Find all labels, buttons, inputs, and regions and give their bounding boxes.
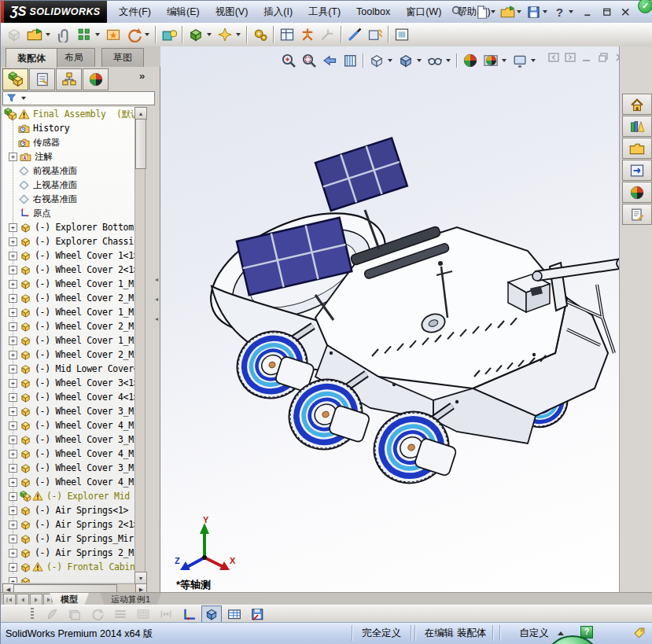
bill-of-materials-button[interactable] bbox=[277, 24, 297, 45]
save-file-icon[interactable] bbox=[525, 3, 542, 20]
expand-toggle[interactable]: + bbox=[9, 421, 17, 430]
expand-toggle[interactable]: + bbox=[9, 535, 17, 543]
dropdown-arrow[interactable] bbox=[207, 33, 212, 36]
dropdown-arrow[interactable] bbox=[388, 59, 392, 62]
tree-item[interactable]: 原点 bbox=[2, 206, 134, 220]
tree-item[interactable]: + bbox=[2, 574, 134, 583]
tree-item[interactable]: +(-) Wheel Cover 2_Mirro bbox=[2, 291, 134, 305]
insert-component-button[interactable] bbox=[4, 24, 24, 45]
expand-toggle[interactable]: + bbox=[9, 492, 17, 501]
tree-item[interactable]: 传感器 bbox=[2, 135, 134, 149]
units-selector[interactable]: 自定义 bbox=[512, 627, 556, 640]
autokey-button[interactable] bbox=[156, 605, 176, 623]
help-icon[interactable]: ? bbox=[551, 3, 568, 20]
expand-toggle[interactable]: + bbox=[9, 549, 17, 558]
taskpane-tab-appearances-scenes[interactable] bbox=[622, 182, 652, 203]
tree-item[interactable]: +(-) Wheel Cover 2<1> (默 bbox=[2, 263, 134, 277]
dropdown-arrow[interactable] bbox=[491, 10, 495, 13]
restore-button[interactable] bbox=[599, 5, 614, 19]
menu-item[interactable]: 插入(I) bbox=[256, 2, 300, 23]
doc-tab-motion-study[interactable]: 运动算例1 bbox=[100, 593, 161, 605]
tree-item[interactable]: +(-) Wheel Cover 1_Mirro bbox=[2, 305, 134, 319]
tree-item[interactable]: +(-) Mid Lower Cover<1> bbox=[2, 362, 134, 376]
expand-toggle[interactable]: + bbox=[9, 280, 17, 289]
dropdown-arrow[interactable] bbox=[543, 10, 547, 13]
mate-button[interactable] bbox=[53, 24, 74, 45]
hide-show-items-button[interactable] bbox=[425, 50, 445, 71]
menu-item[interactable]: 窗口(W) bbox=[398, 2, 449, 23]
menu-item[interactable]: 编辑(E) bbox=[159, 2, 208, 23]
expand-toggle[interactable]: + bbox=[9, 407, 17, 416]
previous-window-button[interactable] bbox=[547, 51, 560, 64]
minimize-doc-button[interactable] bbox=[580, 51, 593, 64]
taskpane-tab-file-explorer[interactable] bbox=[622, 138, 652, 159]
nav-next-button[interactable] bbox=[30, 594, 42, 605]
calculate-button[interactable] bbox=[64, 605, 85, 623]
exploded-view-button[interactable] bbox=[297, 24, 318, 45]
panel-tab-propertymanager[interactable] bbox=[29, 68, 55, 90]
expand-toggle[interactable]: + bbox=[9, 266, 17, 274]
expand-toggle[interactable]: + bbox=[9, 436, 17, 444]
search-icon[interactable] bbox=[451, 5, 464, 18]
taskpane-tab-custom-properties[interactable] bbox=[622, 204, 652, 225]
menu-item[interactable]: 工具(T) bbox=[300, 2, 348, 23]
previous-view-button[interactable] bbox=[319, 50, 340, 71]
tree-item[interactable]: +(-) Wheel Cover 1<1> (默 bbox=[2, 248, 134, 263]
component-pattern-button[interactable] bbox=[74, 24, 94, 45]
scroll-down-button[interactable]: ▼ bbox=[134, 572, 147, 584]
menu-item[interactable]: Toolbox bbox=[348, 2, 398, 21]
tree-item[interactable]: +(-) Wheel Cover 2_Mirro bbox=[2, 319, 134, 333]
tree-item[interactable]: 右视基准面 bbox=[2, 192, 134, 206]
expand-toggle[interactable]: + bbox=[9, 506, 17, 515]
tree-item[interactable]: +(-) Wheel Cover 3_Mirro bbox=[2, 404, 134, 418]
tree-item[interactable]: +(-) Wheel Cover 2_Mirro bbox=[2, 348, 134, 362]
toolbar-drag-handle[interactable] bbox=[31, 608, 34, 620]
expand-toggle[interactable]: + bbox=[9, 237, 17, 246]
tree-item[interactable]: +(-) Air Springs 2<1> (默 bbox=[2, 517, 134, 532]
expand-toggle[interactable]: + bbox=[9, 450, 17, 458]
expand-toggle[interactable]: + bbox=[9, 322, 17, 331]
tree-item[interactable]: 上视基准面 bbox=[2, 178, 134, 192]
zoom-to-fit-button[interactable] bbox=[278, 50, 299, 71]
restore-doc-button[interactable] bbox=[597, 51, 610, 64]
units-dropdown-arrow[interactable] bbox=[558, 631, 564, 635]
open-file-icon[interactable] bbox=[499, 3, 516, 20]
tree-item[interactable]: +(-) Wheel Cover 1_Mirro bbox=[2, 277, 134, 291]
motion-study-button[interactable] bbox=[250, 24, 271, 45]
tree-item[interactable]: +(-) Explorer Chassis<1> bbox=[2, 234, 134, 248]
open-component-button[interactable] bbox=[24, 24, 45, 45]
dropdown-arrow[interactable] bbox=[502, 59, 506, 62]
expand-toggle[interactable]: + bbox=[9, 308, 17, 317]
expand-toggle[interactable]: + bbox=[9, 351, 17, 359]
display-style-button[interactable] bbox=[396, 50, 416, 71]
dropdown-arrow[interactable] bbox=[446, 59, 451, 62]
section-view-button[interactable] bbox=[340, 50, 360, 71]
view-settings-button[interactable] bbox=[510, 50, 530, 71]
tree-vscrollbar[interactable] bbox=[134, 107, 146, 583]
minimize-button[interactable] bbox=[580, 5, 595, 19]
tree-item[interactable]: +(-) Wheel Cover 4_Mirro bbox=[2, 447, 134, 461]
tree-item[interactable]: +(-) Wheel Cover 4_Mirro bbox=[2, 475, 134, 489]
nav-prev-button[interactable] bbox=[17, 594, 29, 605]
tree-item[interactable]: +(-) Wheel Cover 1_Mirro bbox=[2, 333, 134, 348]
dropdown-arrow[interactable] bbox=[95, 33, 100, 36]
doc-tab-model[interactable]: 模型 bbox=[50, 593, 89, 605]
expand-toggle[interactable]: + bbox=[9, 577, 17, 583]
dropdown-arrow[interactable] bbox=[517, 10, 521, 13]
scroll-up-button[interactable]: ▲ bbox=[134, 107, 147, 120]
tree-item[interactable]: +(-) Frontal Cabin<1> bbox=[2, 560, 134, 574]
menu-item[interactable]: 文件(F) bbox=[111, 2, 159, 23]
expand-toggle[interactable]: + bbox=[9, 393, 17, 402]
interference-detection-button[interactable] bbox=[344, 24, 365, 45]
assembly-features-button[interactable] bbox=[186, 24, 206, 45]
expand-toggle[interactable]: + bbox=[9, 294, 17, 303]
tree-item[interactable]: +(-) Air Springs_MirrorD bbox=[2, 532, 134, 546]
expand-toggle[interactable]: + bbox=[9, 252, 17, 260]
expand-toggle[interactable]: + bbox=[9, 337, 17, 345]
explode-line-sketch-button[interactable] bbox=[318, 24, 338, 45]
taskpane-tab-design-library[interactable] bbox=[622, 116, 652, 137]
menu-item[interactable]: 视图(V) bbox=[208, 2, 256, 23]
next-window-button[interactable] bbox=[564, 51, 576, 64]
vscroll-thumb[interactable] bbox=[135, 119, 146, 169]
expand-toggle[interactable]: + bbox=[9, 153, 17, 161]
